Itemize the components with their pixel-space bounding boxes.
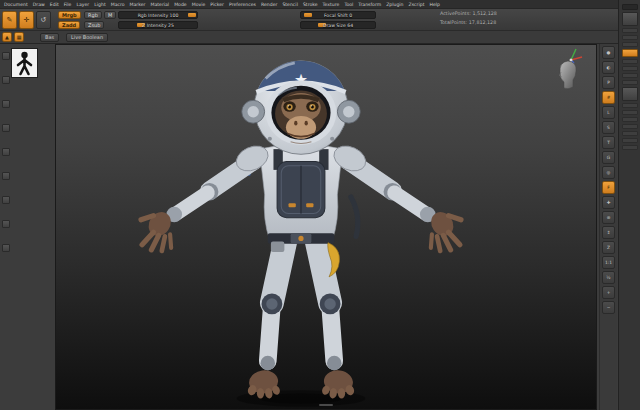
switch-color-button[interactable] [2,220,10,228]
menu-item[interactable]: Edit [50,2,59,7]
menu-item[interactable]: Render [261,2,277,7]
second-shelf-icons: ▲▦ [2,32,24,42]
stroke-thumbnail[interactable] [2,76,10,84]
dynamic-subdiv-icon-button[interactable]: ▦ [14,32,24,42]
material-head-icon [551,57,581,93]
menu-item[interactable]: Macro [111,2,125,7]
draw-size-slider[interactable]: Draw Size 64 [300,21,376,29]
actual-size-button[interactable]: 1:1 [602,256,615,269]
draw-size-label: Draw Size [323,23,346,28]
menu-item[interactable]: Marker [130,2,146,7]
transparency-button[interactable]: T [602,136,615,149]
tool-preview-thumbnail[interactable] [11,48,38,78]
color-swatch[interactable] [2,196,10,204]
subtool-row[interactable] [622,42,638,47]
z-intensity-slider[interactable]: Z Intensity 25 [118,21,198,29]
scroll-button[interactable]: ⇕ [602,226,615,239]
ghost-button[interactable]: G [602,151,615,164]
frame-button[interactable]: F [602,181,615,194]
document-canvas[interactable]: ★ [55,44,597,410]
render-mode-button[interactable]: ◐ [602,61,615,74]
pick-color-button[interactable] [2,244,10,252]
persp-button[interactable]: P [602,76,615,89]
panel-row[interactable] [622,145,638,150]
menu-item[interactable]: Preferences [229,2,256,7]
draw-size-value: 64 [347,23,353,28]
menu-item[interactable]: Document [4,2,28,7]
menu-item[interactable]: Zscript [409,2,425,7]
z-intensity-value: 25 [168,23,174,28]
local-transform-button[interactable]: L [602,106,615,119]
history-icon-button[interactable]: ↺ [36,11,51,29]
shelf-icon-group: ✎✛↺ [2,11,51,29]
menu-item[interactable]: Tool [344,2,353,7]
color-paint-icon-button[interactable]: ✛ [19,11,34,29]
menu-item[interactable]: Texture [323,2,340,7]
menu-item[interactable]: Transform [358,2,381,7]
panel-row[interactable] [622,138,638,143]
rgb-button[interactable]: Rgb [84,11,102,19]
tool-figure-icon [12,49,37,77]
lsym-button[interactable]: S [602,121,615,134]
tray-divider-handle[interactable] [319,404,333,406]
panel-row[interactable] [622,124,638,129]
zoom3d-button[interactable]: ⊕ [602,211,615,224]
zoom-in-button[interactable]: + [602,286,615,299]
sculpt-brush-icon-button[interactable]: ✎ [2,11,17,29]
floor-grid-button[interactable]: # [602,91,615,104]
panel-row[interactable] [622,131,638,136]
left-shelf [1,52,11,268]
subtool-thumbnail[interactable] [622,87,638,101]
geometry-row[interactable] [622,73,638,78]
menu-item[interactable]: Zplugin [386,2,403,7]
solo-button[interactable]: ◎ [602,166,615,179]
menu-item[interactable]: Movie [192,2,206,7]
aa-half-button[interactable]: ½ [602,271,615,284]
geometry-row[interactable] [622,59,638,64]
menu-item[interactable]: Stroke [303,2,318,7]
brush-thumbnail[interactable] [2,52,10,60]
menu-item[interactable]: Light [94,2,105,7]
left-arm [141,141,272,251]
focal-shift-slider[interactable]: Focal Shift 0 [300,11,376,19]
material-thumbnail[interactable] [2,148,10,156]
menu-item[interactable]: Picker [210,2,224,7]
panel-row[interactable] [622,117,638,122]
alpha-thumbnail[interactable] [2,100,10,108]
panel-row[interactable] [622,103,638,108]
bpr-render-button[interactable]: ● [602,46,615,59]
menu-item[interactable]: Mode [174,2,187,7]
active-tool-thumbnail[interactable] [622,12,638,26]
tool-palette-header[interactable] [622,4,638,10]
subtool-row[interactable] [622,28,638,33]
rgb-intensity-slider[interactable]: Rgb Intensity 100 [118,11,198,19]
subtool-row[interactable] [622,35,638,40]
menubar: DocumentDrawEditFileLayerLightMacroMarke… [0,0,640,9]
move-canvas-button[interactable]: ✚ [602,196,615,209]
geometry-row[interactable] [622,66,638,71]
zoom-button[interactable]: Z [602,241,615,254]
menu-item[interactable]: Help [429,2,439,7]
material-preview[interactable] [551,57,581,97]
mrgb-button[interactable]: Mrgb [58,11,81,19]
sculptris-pro-icon-button[interactable]: ▲ [2,32,12,42]
menu-item[interactable]: Material [150,2,169,7]
menu-item[interactable]: Layer [76,2,89,7]
zsub-button[interactable]: Zsub [84,21,104,29]
model-chimp-astronaut[interactable]: ★ [114,44,488,410]
rgb-intensity-label: Rgb Intensity [138,13,168,18]
geometry-row[interactable] [622,80,638,85]
texture-thumbnail[interactable] [2,124,10,132]
make-polymesh-button[interactable] [622,49,638,57]
menu-item[interactable]: Stencil [282,2,298,7]
panel-row[interactable] [622,110,638,115]
menu-item[interactable]: File [64,2,72,7]
menu-item[interactable]: Draw [33,2,45,7]
zadd-button[interactable]: Zadd [58,21,80,29]
zoom-out-button[interactable]: − [602,301,615,314]
second-shelf: ▲▦ Bas Live Boolean [0,31,640,44]
bas-button[interactable]: Bas [40,33,59,42]
live-boolean-button[interactable]: Live Boolean [66,33,108,42]
gradient-swatch[interactable] [2,172,10,180]
m-button[interactable]: M [104,11,116,19]
